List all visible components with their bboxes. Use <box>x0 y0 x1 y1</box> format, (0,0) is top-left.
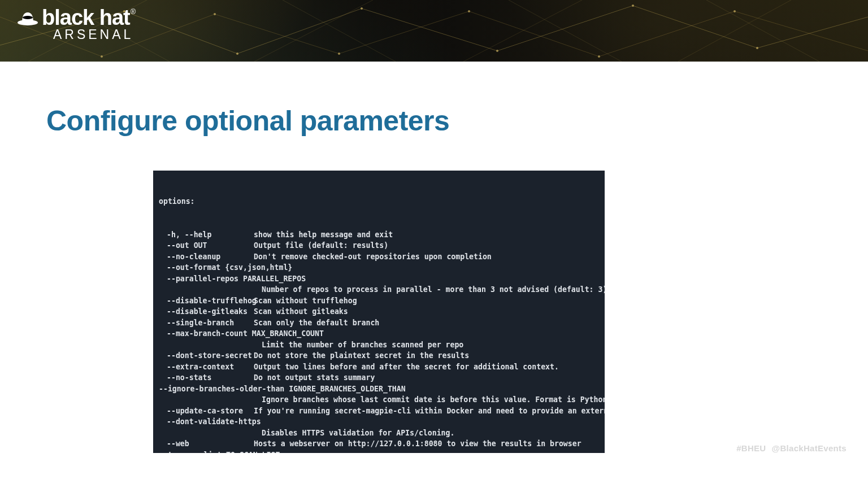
option-flag: --extra-context <box>159 361 254 373</box>
option-flag: --update-ca-store <box>159 406 254 417</box>
option-description: Scan without gitleaks <box>254 306 599 317</box>
option-description: Ignore branches whose last commit date i… <box>159 394 599 406</box>
option-row: --webHosts a webserver on http://127.0.0… <box>159 438 599 450</box>
option-flag: --max-branch-count MAX_BRANCH_COUNT <box>159 328 599 339</box>
option-description: show this help message and exit <box>254 229 599 241</box>
option-flag: --disable-gitleaks <box>159 306 254 317</box>
svg-point-13 <box>23 16 33 19</box>
option-row: --extra-contextOutput two lines before a… <box>159 361 599 373</box>
option-row: --no-statsDo not output stats summary <box>159 372 599 384</box>
option-flag: --dont-validate-https <box>159 416 599 428</box>
option-description: Do not store the plaintext secret in the… <box>254 350 599 361</box>
option-row: --dont-store-secretDo not store the plai… <box>159 350 599 361</box>
option-row: --no-cleanupDon't remove checked-out rep… <box>159 251 599 263</box>
svg-point-1 <box>236 53 238 55</box>
logo-main-text: black hat® <box>42 7 134 28</box>
terminal-options-list: -h, --helpshow this help message and exi… <box>159 229 599 454</box>
option-flag: --dont-store-secret <box>159 350 254 361</box>
option-description: If you're running secret-magpie-cli with… <box>254 406 605 417</box>
svg-point-11 <box>734 10 736 12</box>
option-flag: --web <box>159 438 254 450</box>
option-flag: --to-scan-list TO_SCAN_LIST <box>159 450 599 454</box>
svg-point-6 <box>101 55 103 58</box>
svg-point-3 <box>496 50 498 52</box>
option-flag: --disable-trufflehog <box>159 295 254 307</box>
option-flag: -h, --help <box>159 229 254 241</box>
svg-point-5 <box>756 47 758 49</box>
option-flag: --ignore-branches-older-than IGNORE_BRAN… <box>159 384 599 395</box>
option-flag: --out OUT <box>159 240 254 251</box>
option-description: Disables HTTPS validation for APIs/cloni… <box>159 428 599 439</box>
option-flag: --no-cleanup <box>159 251 254 263</box>
option-flag: --out-format {csv,json,html} <box>159 262 599 273</box>
svg-point-10 <box>598 55 600 58</box>
option-row: --disable-gitleaksScan without gitleaks <box>159 306 599 317</box>
option-description: Hosts a webserver on http://127.0.0.1:80… <box>254 438 599 450</box>
option-flag: --no-stats <box>159 372 254 384</box>
option-row: --single-branchScan only the default bra… <box>159 317 599 329</box>
option-description: Scan without trufflehog <box>254 295 599 307</box>
option-description: Output file (default: results) <box>254 240 599 251</box>
svg-point-8 <box>338 53 340 55</box>
svg-point-7 <box>214 13 216 15</box>
option-description: Limit the number of branches scanned per… <box>159 339 599 351</box>
terminal-output: options: -h, --helpshow this help messag… <box>153 171 605 453</box>
option-description: Output two lines before and after the se… <box>254 361 599 373</box>
slide-title: Configure optional parameters <box>46 104 449 137</box>
blackhat-logo: black hat® ARSENAL <box>17 7 134 42</box>
option-flag: --parallel-repos PARALLEL_REPOS <box>159 273 599 285</box>
blackhat-hat-icon <box>17 9 38 28</box>
option-row: -h, --helpshow this help message and exi… <box>159 229 599 241</box>
slide-header: black hat® ARSENAL <box>0 0 868 62</box>
option-row: --out OUTOutput file (default: results) <box>159 240 599 251</box>
footer-hashtag: #BHEU <box>736 443 766 453</box>
logo-sub-text: ARSENAL <box>17 27 134 42</box>
svg-point-4 <box>632 5 634 7</box>
option-description: Do not output stats summary <box>254 372 599 384</box>
footer-handle: @BlackHatEvents <box>771 443 847 453</box>
option-description: Scan only the default branch <box>254 317 599 329</box>
option-flag: --single-branch <box>159 317 254 329</box>
svg-point-9 <box>468 10 470 12</box>
svg-point-2 <box>361 7 363 10</box>
footer-tags: #BHEU@BlackHatEvents <box>736 443 847 453</box>
option-description: Number of repos to process in parallel -… <box>159 284 599 295</box>
terminal-options-header: options: <box>159 196 599 207</box>
option-row: --disable-trufflehogScan without truffle… <box>159 295 599 307</box>
option-row: --update-ca-storeIf you're running secre… <box>159 406 599 417</box>
option-description: Don't remove checked-out repositories up… <box>254 251 599 263</box>
